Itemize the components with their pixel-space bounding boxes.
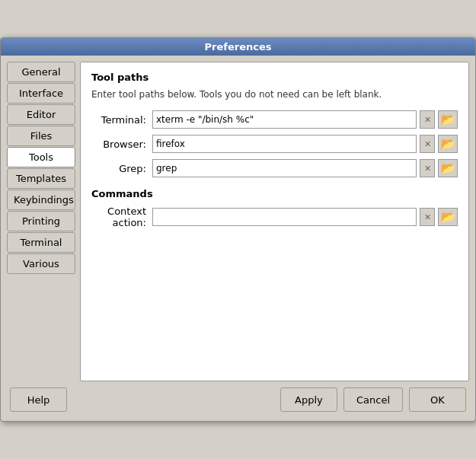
- window-body: General Interface Editor Files Tools Tem…: [1, 56, 475, 421]
- content-panel: Tool paths Enter tool paths below. Tools…: [80, 62, 469, 381]
- context-action-row: Context action: ✕ 📂: [91, 206, 458, 228]
- sidebar-item-various[interactable]: Various: [7, 253, 75, 274]
- sidebar: General Interface Editor Files Tools Tem…: [7, 62, 75, 381]
- preferences-window: Preferences General Interface Editor Fil…: [0, 37, 476, 422]
- browse-icon: 📂: [441, 210, 455, 224]
- cancel-button[interactable]: Cancel: [343, 387, 403, 412]
- grep-input-group: ✕ 📂: [152, 159, 458, 177]
- browser-label: Browser:: [91, 139, 152, 150]
- sidebar-item-terminal[interactable]: Terminal: [7, 232, 75, 253]
- browser-browse-button[interactable]: 📂: [438, 135, 458, 153]
- apply-button[interactable]: Apply: [280, 387, 337, 412]
- browse-icon: 📂: [441, 161, 455, 175]
- ok-button[interactable]: OK: [409, 387, 466, 412]
- sidebar-item-general[interactable]: General: [7, 62, 75, 82]
- sidebar-item-printing[interactable]: Printing: [7, 211, 75, 231]
- terminal-clear-button[interactable]: ✕: [420, 110, 435, 129]
- context-action-clear-button[interactable]: ✕: [420, 208, 435, 226]
- tool-paths-heading: Tool paths: [91, 72, 458, 83]
- grep-label: Grep:: [91, 163, 152, 174]
- grep-browse-button[interactable]: 📂: [438, 159, 458, 177]
- sidebar-item-tools[interactable]: Tools: [7, 147, 75, 167]
- grep-input[interactable]: [152, 159, 417, 177]
- browser-row: Browser: ✕ 📂: [91, 135, 458, 153]
- terminal-input-group: ✕ 📂: [152, 110, 458, 129]
- grep-row: Grep: ✕ 📂: [91, 159, 458, 177]
- sidebar-item-templates[interactable]: Templates: [7, 168, 75, 189]
- sidebar-item-interface[interactable]: Interface: [7, 83, 75, 104]
- terminal-label: Terminal:: [91, 114, 152, 126]
- window-title: Preferences: [205, 41, 272, 53]
- sidebar-item-keybindings[interactable]: Keybindings: [7, 190, 75, 210]
- context-action-browse-button[interactable]: 📂: [438, 208, 458, 226]
- commands-heading: Commands: [91, 188, 458, 199]
- context-action-label: Context action:: [91, 206, 152, 228]
- help-button[interactable]: Help: [10, 387, 67, 412]
- context-action-input-group: ✕ 📂: [152, 208, 458, 226]
- browser-clear-button[interactable]: ✕: [420, 135, 435, 153]
- browse-icon: 📂: [441, 137, 455, 151]
- main-area: General Interface Editor Files Tools Tem…: [7, 62, 469, 381]
- commands-section: Commands Context action: ✕ 📂: [91, 188, 458, 228]
- bottom-bar: Help Apply Cancel OK: [7, 381, 469, 415]
- context-action-input[interactable]: [152, 208, 417, 226]
- terminal-row: Terminal: ✕ 📂: [91, 110, 458, 129]
- browser-input-group: ✕ 📂: [152, 135, 458, 153]
- browser-input[interactable]: [152, 135, 417, 153]
- sidebar-item-editor[interactable]: Editor: [7, 104, 75, 125]
- title-bar: Preferences: [1, 38, 475, 56]
- terminal-input[interactable]: [152, 110, 417, 129]
- right-buttons: Apply Cancel OK: [280, 387, 466, 412]
- tool-paths-desc: Enter tool paths below. Tools you do not…: [91, 89, 458, 100]
- terminal-browse-button[interactable]: 📂: [438, 110, 458, 129]
- grep-clear-button[interactable]: ✕: [420, 159, 435, 177]
- sidebar-item-files[interactable]: Files: [7, 126, 75, 146]
- browse-icon: 📂: [441, 113, 455, 126]
